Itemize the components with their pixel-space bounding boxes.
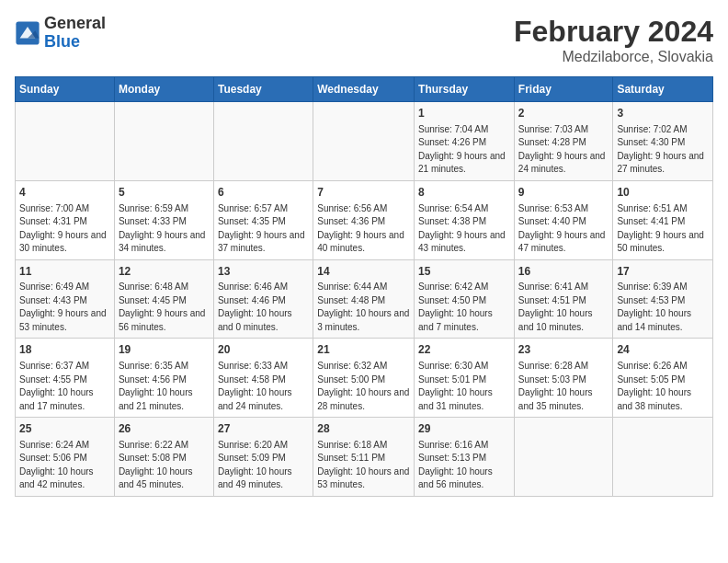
page-subtitle: Medzilaborce, Slovakia: [514, 49, 713, 65]
day-number: 24: [617, 342, 709, 358]
day-info: Sunrise: 6:32 AM Sunset: 5:00 PM Dayligh…: [317, 360, 410, 413]
day-info: Sunrise: 6:49 AM Sunset: 4:43 PM Dayligh…: [19, 281, 110, 334]
day-info: Sunrise: 6:48 AM Sunset: 4:45 PM Dayligh…: [119, 281, 210, 334]
day-number: 10: [617, 185, 709, 201]
day-info: Sunrise: 6:26 AM Sunset: 5:05 PM Dayligh…: [617, 360, 709, 413]
logo-blue: Blue: [44, 33, 106, 52]
day-number: 3: [617, 106, 709, 121]
day-info: Sunrise: 6:24 AM Sunset: 5:06 PM Dayligh…: [19, 439, 110, 492]
day-number: 11: [19, 264, 110, 280]
day-info: Sunrise: 7:02 AM Sunset: 4:30 PM Dayligh…: [617, 123, 709, 177]
logo-text: General Blue: [44, 15, 106, 52]
day-cell: 22Sunrise: 6:30 AM Sunset: 5:01 PM Dayli…: [415, 339, 515, 418]
day-cell: 11Sunrise: 6:49 AM Sunset: 4:43 PM Dayli…: [16, 259, 115, 339]
day-info: Sunrise: 6:53 AM Sunset: 4:40 PM Dayligh…: [518, 202, 609, 256]
day-cell: 28Sunrise: 6:18 AM Sunset: 5:11 PM Dayli…: [313, 418, 415, 497]
header-cell-friday: Friday: [514, 77, 613, 102]
header-row: SundayMondayTuesdayWednesdayThursdayFrid…: [16, 77, 713, 102]
day-number: 6: [218, 185, 309, 201]
day-cell: 6Sunrise: 6:57 AM Sunset: 4:35 PM Daylig…: [213, 180, 313, 259]
day-info: Sunrise: 6:42 AM Sunset: 4:50 PM Dayligh…: [418, 281, 510, 334]
day-cell: [213, 102, 313, 181]
day-info: Sunrise: 6:37 AM Sunset: 4:55 PM Dayligh…: [19, 360, 110, 413]
calendar-table: SundayMondayTuesdayWednesdayThursdayFrid…: [15, 76, 713, 497]
day-cell: [514, 418, 613, 497]
header-cell-monday: Monday: [114, 77, 213, 102]
logo-icon: [15, 20, 40, 46]
day-cell: 20Sunrise: 6:33 AM Sunset: 4:58 PM Dayli…: [213, 339, 313, 418]
day-number: 17: [617, 264, 709, 280]
day-info: Sunrise: 6:39 AM Sunset: 4:53 PM Dayligh…: [617, 281, 709, 334]
logo: General Blue: [15, 15, 106, 52]
logo-general: General: [44, 15, 106, 33]
week-row-5: 25Sunrise: 6:24 AM Sunset: 5:06 PM Dayli…: [16, 418, 713, 497]
day-cell: 13Sunrise: 6:46 AM Sunset: 4:46 PM Dayli…: [213, 259, 313, 339]
day-info: Sunrise: 6:54 AM Sunset: 4:38 PM Dayligh…: [418, 202, 510, 256]
day-cell: 18Sunrise: 6:37 AM Sunset: 4:55 PM Dayli…: [16, 339, 115, 418]
day-info: Sunrise: 6:20 AM Sunset: 5:09 PM Dayligh…: [218, 439, 309, 492]
week-row-2: 4Sunrise: 7:00 AM Sunset: 4:31 PM Daylig…: [16, 180, 713, 259]
day-number: 9: [518, 185, 609, 201]
page-header: General Blue February 2024 Medzilaborce,…: [15, 15, 713, 65]
day-number: 19: [119, 342, 210, 358]
day-number: 27: [218, 421, 309, 437]
day-cell: [114, 102, 213, 181]
day-cell: 27Sunrise: 6:20 AM Sunset: 5:09 PM Dayli…: [213, 418, 313, 497]
header-cell-thursday: Thursday: [415, 77, 515, 102]
day-cell: 2Sunrise: 7:03 AM Sunset: 4:28 PM Daylig…: [514, 102, 613, 181]
day-cell: 21Sunrise: 6:32 AM Sunset: 5:00 PM Dayli…: [313, 339, 415, 418]
day-number: 14: [317, 264, 410, 280]
day-cell: 1Sunrise: 7:04 AM Sunset: 4:26 PM Daylig…: [415, 102, 515, 181]
day-number: 25: [19, 421, 110, 437]
day-number: 23: [518, 342, 609, 358]
day-cell: [313, 102, 415, 181]
day-number: 2: [518, 106, 609, 121]
day-info: Sunrise: 6:56 AM Sunset: 4:36 PM Dayligh…: [317, 202, 410, 256]
day-cell: 4Sunrise: 7:00 AM Sunset: 4:31 PM Daylig…: [16, 180, 115, 259]
week-row-1: 1Sunrise: 7:04 AM Sunset: 4:26 PM Daylig…: [16, 102, 713, 181]
day-cell: 17Sunrise: 6:39 AM Sunset: 4:53 PM Dayli…: [613, 259, 713, 339]
week-row-4: 18Sunrise: 6:37 AM Sunset: 4:55 PM Dayli…: [16, 339, 713, 418]
day-cell: 3Sunrise: 7:02 AM Sunset: 4:30 PM Daylig…: [613, 102, 713, 181]
day-number: 20: [218, 342, 309, 358]
day-cell: [613, 418, 713, 497]
day-info: Sunrise: 6:59 AM Sunset: 4:33 PM Dayligh…: [119, 202, 210, 256]
day-info: Sunrise: 7:04 AM Sunset: 4:26 PM Dayligh…: [418, 123, 510, 177]
day-cell: 12Sunrise: 6:48 AM Sunset: 4:45 PM Dayli…: [114, 259, 213, 339]
day-cell: 15Sunrise: 6:42 AM Sunset: 4:50 PM Dayli…: [415, 259, 515, 339]
day-cell: [16, 102, 115, 181]
day-info: Sunrise: 6:57 AM Sunset: 4:35 PM Dayligh…: [218, 202, 309, 256]
header-cell-sunday: Sunday: [16, 77, 115, 102]
day-number: 29: [418, 421, 510, 437]
day-cell: 9Sunrise: 6:53 AM Sunset: 4:40 PM Daylig…: [514, 180, 613, 259]
day-number: 7: [317, 185, 410, 201]
day-cell: 19Sunrise: 6:35 AM Sunset: 4:56 PM Dayli…: [114, 339, 213, 418]
week-row-3: 11Sunrise: 6:49 AM Sunset: 4:43 PM Dayli…: [16, 259, 713, 339]
day-info: Sunrise: 6:30 AM Sunset: 5:01 PM Dayligh…: [418, 360, 510, 413]
day-number: 4: [19, 185, 110, 201]
day-number: 5: [119, 185, 210, 201]
day-cell: 10Sunrise: 6:51 AM Sunset: 4:41 PM Dayli…: [613, 180, 713, 259]
day-cell: 5Sunrise: 6:59 AM Sunset: 4:33 PM Daylig…: [114, 180, 213, 259]
day-info: Sunrise: 6:33 AM Sunset: 4:58 PM Dayligh…: [218, 360, 309, 413]
day-info: Sunrise: 6:41 AM Sunset: 4:51 PM Dayligh…: [518, 281, 609, 334]
day-number: 16: [518, 264, 609, 280]
day-number: 18: [19, 342, 110, 358]
day-info: Sunrise: 7:03 AM Sunset: 4:28 PM Dayligh…: [518, 123, 609, 177]
day-cell: 16Sunrise: 6:41 AM Sunset: 4:51 PM Dayli…: [514, 259, 613, 339]
day-cell: 29Sunrise: 6:16 AM Sunset: 5:13 PM Dayli…: [415, 418, 515, 497]
day-info: Sunrise: 6:46 AM Sunset: 4:46 PM Dayligh…: [218, 281, 309, 334]
day-number: 21: [317, 342, 410, 358]
day-info: Sunrise: 6:18 AM Sunset: 5:11 PM Dayligh…: [317, 439, 410, 492]
header-cell-saturday: Saturday: [613, 77, 713, 102]
day-cell: 23Sunrise: 6:28 AM Sunset: 5:03 PM Dayli…: [514, 339, 613, 418]
day-info: Sunrise: 7:00 AM Sunset: 4:31 PM Dayligh…: [19, 202, 110, 256]
day-number: 26: [119, 421, 210, 437]
header-cell-wednesday: Wednesday: [313, 77, 415, 102]
day-number: 8: [418, 185, 510, 201]
day-info: Sunrise: 6:28 AM Sunset: 5:03 PM Dayligh…: [518, 360, 609, 413]
day-number: 1: [418, 106, 510, 121]
day-cell: 25Sunrise: 6:24 AM Sunset: 5:06 PM Dayli…: [16, 418, 115, 497]
day-cell: 8Sunrise: 6:54 AM Sunset: 4:38 PM Daylig…: [415, 180, 515, 259]
day-cell: 14Sunrise: 6:44 AM Sunset: 4:48 PM Dayli…: [313, 259, 415, 339]
